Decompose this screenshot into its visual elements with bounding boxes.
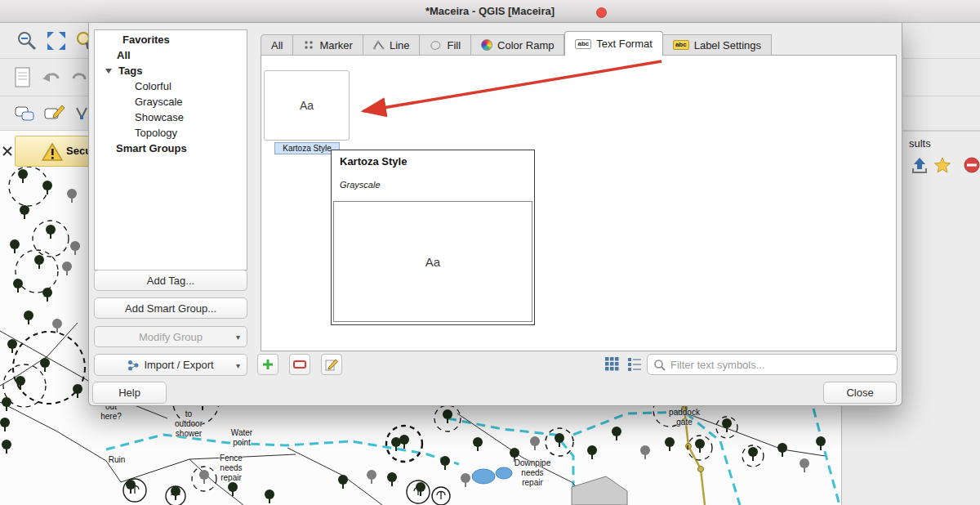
tree-item-label: Tags: [118, 65, 142, 77]
grid-icon: [604, 356, 619, 371]
move-feature-icon[interactable]: [13, 103, 36, 124]
help-button[interactable]: Help: [92, 382, 167, 404]
add-tag-button[interactable]: Add Tag...: [94, 270, 247, 291]
add-tag-label: Add Tag...: [147, 275, 194, 287]
tab-label: Marker: [319, 39, 352, 51]
tree-item-label: Grayscale: [135, 96, 183, 108]
tree-expander-icon[interactable]: [105, 69, 112, 74]
tree-item-label: Showcase: [135, 111, 184, 123]
screen: outhere?tooutdoorshowerWaterpointFencene…: [0, 0, 980, 505]
title-bar: *Maceira - QGIS [Maceira]: [0, 0, 980, 23]
marker-icon: [303, 39, 314, 51]
edit-item-button[interactable]: [321, 354, 342, 375]
tab-label-settings[interactable]: abc Label Settings: [663, 34, 772, 56]
tree-item-grayscale[interactable]: Grayscale: [95, 94, 247, 109]
fill-icon: [430, 39, 442, 51]
filter-input[interactable]: [670, 355, 891, 373]
tab-label: All: [271, 39, 283, 51]
close-panel-icon[interactable]: [2, 145, 13, 157]
line-icon: [373, 39, 385, 51]
clear-results-icon[interactable]: [963, 156, 980, 174]
close-button[interactable]: Close: [823, 382, 897, 404]
import-export-label: Import / Export: [144, 359, 213, 371]
warning-icon: [42, 142, 63, 162]
plus-icon: [262, 359, 274, 370]
tree-item-tags[interactable]: Tags: [95, 63, 247, 78]
tab-label: Color Ramp: [497, 39, 554, 51]
tree-item-label: All: [117, 49, 131, 61]
zoom-selection-icon[interactable]: [75, 30, 88, 51]
tab-label: Label Settings: [694, 39, 761, 51]
add-smart-group-label: Add Smart Group...: [125, 302, 216, 315]
tree-item-label: Colorful: [135, 80, 172, 92]
tab-line[interactable]: Line: [363, 34, 421, 56]
add-item-button[interactable]: [257, 354, 278, 375]
close-label: Close: [846, 387, 873, 399]
color-ramp-icon: [481, 39, 492, 51]
tree-item-label: Smart Groups: [116, 142, 187, 154]
edit-feature-icon[interactable]: [42, 103, 65, 124]
tab-all[interactable]: All: [261, 34, 293, 56]
list-icon: [627, 356, 642, 371]
tree-item-label: Topology: [135, 127, 177, 139]
tree-item-colorful[interactable]: Colorful: [95, 78, 247, 94]
chevron-down-icon: ▾: [236, 333, 240, 342]
text-format-item[interactable]: Aa: [264, 70, 350, 141]
pencil-icon: [325, 358, 338, 371]
help-label: Help: [118, 387, 140, 399]
tree-item-showcase[interactable]: Showcase: [95, 109, 247, 125]
tab-fill[interactable]: Fill: [420, 34, 471, 56]
zoom-full-icon[interactable]: [46, 30, 67, 51]
window-close-button[interactable]: [596, 7, 607, 18]
load-results-icon[interactable]: [911, 156, 929, 174]
tree-item-label: Favorites: [122, 34, 170, 46]
tab-bar: All Marker Line Fill: [261, 31, 772, 56]
item-preview-text: Aa: [300, 99, 314, 112]
copy-icon[interactable]: [13, 66, 33, 89]
tab-color-ramp[interactable]: Color Ramp: [471, 34, 564, 56]
minus-icon: [293, 360, 306, 369]
item-tooltip: Kartoza Style Grayscale Aa: [331, 150, 535, 325]
tab-marker[interactable]: Marker: [293, 34, 363, 56]
text-format-icon: abc: [575, 39, 591, 49]
import-export-button[interactable]: Import / Export ▾: [94, 354, 247, 376]
modify-group-label: Modify Group: [139, 331, 203, 343]
redo-icon[interactable]: [72, 68, 88, 87]
tooltip-preview: Aa: [333, 201, 532, 322]
tree-item-topology[interactable]: Topology: [95, 125, 247, 141]
tab-text-format[interactable]: abc Text Format: [564, 31, 662, 56]
vertex-tool-icon[interactable]: [75, 103, 88, 124]
tree-item-all[interactable]: All: [95, 47, 247, 63]
window-title: *Maceira - QGIS [Maceira]: [425, 5, 555, 17]
tooltip-preview-text: Aa: [425, 255, 440, 269]
star-icon[interactable]: [933, 156, 951, 174]
tab-label: Text Format: [596, 38, 653, 50]
tab-label: Line: [390, 39, 410, 51]
results-panel-title: sults: [909, 137, 931, 150]
tooltip-tag: Grayscale: [340, 180, 381, 190]
label-settings-icon: abc: [673, 40, 689, 50]
zoom-out-icon[interactable]: [16, 30, 38, 51]
tab-label: Fill: [447, 39, 461, 51]
tooltip-title: Kartoza Style: [340, 155, 407, 168]
icon-view-button[interactable]: [601, 353, 622, 374]
filter-field: [647, 354, 898, 375]
share-icon: [127, 360, 139, 371]
chevron-down-icon: ▾: [236, 360, 240, 369]
group-tree: Favorites All Tags Colorful Grayscale Sh…: [94, 29, 247, 270]
tree-item-favorites[interactable]: Favorites: [95, 32, 247, 47]
list-view-button[interactable]: [624, 353, 645, 374]
modify-group-button[interactable]: Modify Group ▾: [94, 326, 247, 347]
tree-item-smart-groups[interactable]: Smart Groups: [95, 141, 247, 156]
undo-icon[interactable]: [41, 68, 62, 87]
search-icon: [653, 359, 666, 372]
item-label[interactable]: Kartoza Style: [274, 142, 340, 154]
add-smart-group-button[interactable]: Add Smart Group...: [94, 297, 247, 319]
remove-item-button[interactable]: [289, 354, 310, 375]
